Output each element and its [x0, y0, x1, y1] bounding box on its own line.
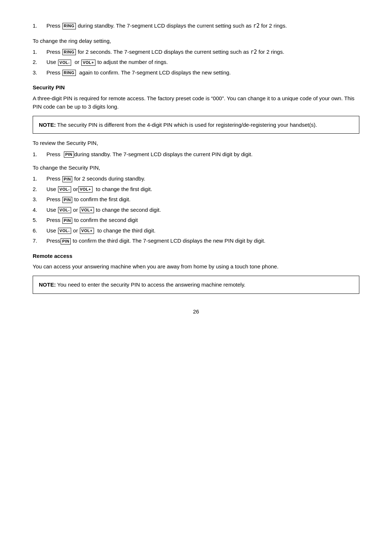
vol-minus-key: VOL- [58, 207, 71, 213]
remote-access-note: NOTE: You need to enter the security PIN… [33, 276, 359, 293]
list-num: 3. [33, 195, 46, 204]
security-pin-note: NOTE: The security PIN is different from… [33, 116, 359, 134]
list-item-content: Press RING during standby. The 7-segment… [46, 22, 359, 30]
page-number: 26 [33, 308, 359, 315]
vol-plus-key: VOL+ [80, 228, 94, 234]
intro-section: 1. Press RING during standby. The 7-segm… [33, 22, 359, 30]
ring-delay-section: To change the ring delay setting, 1. Pre… [33, 37, 359, 77]
vol-plus-key: VOL+ [81, 60, 95, 66]
list-num: 1. [33, 48, 46, 56]
list-num: 3. [33, 69, 46, 77]
vol-minus-key: VOL- [58, 228, 71, 234]
note-text: You need to enter the security PIN to ac… [56, 281, 246, 288]
list-num: 2. [33, 58, 46, 66]
list-item-content: Press PINduring standby. The 7-segment L… [46, 150, 359, 159]
remote-access-title: Remote access [33, 252, 359, 260]
security-pin-section: Security PIN A three-digit PIN is requir… [33, 83, 359, 245]
list-item: 5. Press PIN to confirm the second digit [33, 216, 359, 224]
list-num: 4. [33, 206, 46, 214]
vol-plus-key: VOL+ [78, 186, 93, 193]
page-content: 1. Press RING during standby. The 7-segm… [33, 22, 359, 315]
list-item: 7. PressPIN to confirm the third digit. … [33, 237, 359, 245]
vol-minus-key: VOL- [58, 186, 71, 193]
intro-list: 1. Press RING during standby. The 7-segm… [33, 22, 359, 30]
ring-delay-intro: To change the ring delay setting, [33, 37, 359, 45]
security-pin-title: Security PIN [33, 83, 359, 92]
list-item-content: Use VOL- orVOL+ to change the first digi… [46, 185, 359, 194]
pin-key: PIN [62, 176, 73, 182]
code-r2: r2 [253, 23, 260, 29]
list-num: 1. [33, 175, 46, 183]
security-pin-description: A three-digit PIN is required for remote… [33, 94, 359, 111]
list-item-content: Use VOL- or VOL+ to change the third dig… [46, 227, 359, 235]
vol-plus-key: VOL+ [80, 207, 94, 213]
list-num: 5. [33, 216, 46, 224]
list-item-content: Press RING again to confirm. The 7-segme… [46, 69, 359, 77]
review-list: 1. Press PINduring standby. The 7-segmen… [33, 150, 359, 159]
list-num: 2. [33, 185, 46, 194]
code-r2: r2 [250, 49, 257, 55]
note-bold: NOTE: [39, 122, 56, 128]
list-num: 1. [33, 22, 46, 30]
list-item: 1. Press PINduring standby. The 7-segmen… [33, 150, 359, 159]
list-item-content: PressPIN to confirm the third digit. The… [46, 237, 359, 245]
ring-key: RING [62, 49, 76, 55]
vol-minus-key: VOL- [58, 60, 71, 66]
pin-key: PIN [64, 151, 74, 158]
list-num: 6. [33, 227, 46, 235]
pin-key: PIN [62, 218, 73, 224]
list-item-content: Press PIN to confirm the first digit. [46, 195, 359, 204]
list-item-content: Press PIN to confirm the second digit [46, 216, 359, 224]
ring-key: RING [62, 23, 76, 29]
ring-delay-list: 1. Press RING for 2 seconds. The 7-segme… [33, 48, 359, 77]
list-item-content: Press PIN for 2 seconds during standby. [46, 175, 359, 183]
remote-access-description: You can access your answering machine wh… [33, 262, 359, 271]
list-item: 6. Use VOL- or VOL+ to change the third … [33, 227, 359, 235]
list-num: 1. [33, 150, 46, 159]
list-item-content: Use VOL- or VOL+ to change the second di… [46, 206, 359, 214]
note-bold: NOTE: [39, 281, 56, 288]
list-item: 3. Press PIN to confirm the first digit. [33, 195, 359, 204]
list-item: 3. Press RING again to confirm. The 7-se… [33, 69, 359, 77]
list-item: 1. Press RING for 2 seconds. The 7-segme… [33, 48, 359, 56]
list-item: 1. Press PIN for 2 seconds during standb… [33, 175, 359, 183]
change-intro: To change the Security PIN, [33, 163, 359, 172]
list-item: 2. Use VOL- or VOL+ to adjust the number… [33, 58, 359, 66]
remote-access-section: Remote access You can access your answer… [33, 252, 359, 294]
review-intro: To review the Security PIN, [33, 139, 359, 147]
pin-key: PIN [62, 197, 73, 203]
change-list: 1. Press PIN for 2 seconds during standb… [33, 175, 359, 245]
list-item-content: Use VOL- or VOL+ to adjust the number of… [46, 58, 359, 66]
pin-key: PIN [61, 238, 71, 244]
list-item-content: Press RING for 2 seconds. The 7-segment … [46, 48, 359, 56]
list-item: 4. Use VOL- or VOL+ to change the second… [33, 206, 359, 214]
list-item: 1. Press RING during standby. The 7-segm… [33, 22, 359, 30]
list-item: 2. Use VOL- orVOL+ to change the first d… [33, 185, 359, 194]
list-num: 7. [33, 237, 46, 245]
ring-key: RING [62, 70, 76, 76]
note-text: The security PIN is different from the 4… [56, 122, 317, 128]
